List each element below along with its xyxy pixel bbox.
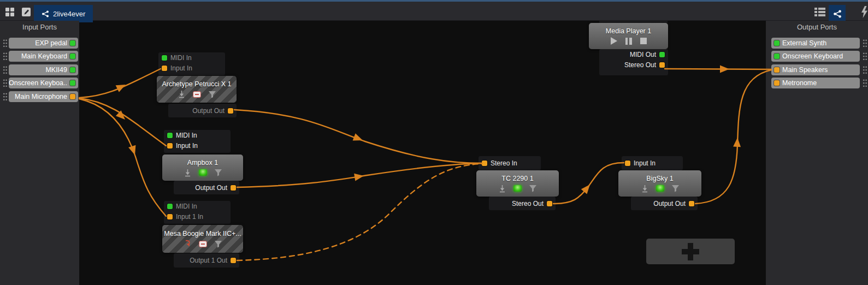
audio-port-square[interactable] — [70, 94, 75, 99]
drag-handle[interactable] — [3, 52, 7, 60]
output-port-main-speakers[interactable]: Main Speakers — [771, 64, 860, 75]
wire-mic-to-ampbox[interactable] — [79, 98, 166, 146]
node-bigsky[interactable]: BigSky 1 — [618, 170, 701, 197]
node-mesa[interactable]: Mesa Boogie Mark IIC+... — [162, 225, 243, 253]
audio-port-square[interactable] — [625, 161, 630, 166]
wire-mic-to-mesa[interactable] — [79, 99, 166, 216]
drag-handle[interactable] — [863, 66, 867, 74]
rackspace-tab[interactable]: 2live4ever — [34, 5, 93, 22]
audio-port-square[interactable] — [231, 185, 236, 191]
audio-port-square[interactable] — [774, 80, 780, 86]
wire-tc2290-to-bigsky[interactable] — [553, 163, 624, 204]
insert-down-arrow-icon[interactable] — [184, 169, 192, 177]
audio-port-square[interactable] — [547, 201, 552, 206]
port-row: Input In — [622, 156, 683, 170]
drag-handle[interactable] — [3, 79, 7, 87]
port-label: Input In — [634, 159, 656, 167]
node-title: Media Player 1 — [606, 27, 651, 35]
drag-handle[interactable] — [863, 39, 867, 47]
wire-arrowhead — [116, 81, 127, 92]
audio-port-square[interactable] — [231, 258, 236, 263]
midi-port-square[interactable] — [70, 54, 75, 59]
wiring-view-button[interactable] — [829, 5, 846, 22]
panels-grid-button[interactable] — [3, 5, 16, 19]
node-ampbox[interactable]: Ampbox 1 — [162, 155, 243, 181]
insert-down-arrow-icon[interactable] — [178, 90, 186, 98]
port-row: Stereo Out — [489, 197, 556, 210]
audio-port-square[interactable] — [167, 143, 173, 149]
port-label: MIDI In — [176, 132, 197, 139]
quick-actions-button[interactable] — [858, 5, 868, 19]
midi-port-square[interactable] — [774, 54, 780, 59]
midi-port-square[interactable] — [70, 80, 75, 86]
node-archetype[interactable]: Archetype Petrucci X 1 — [157, 76, 237, 103]
port-label: Output 1 Out — [190, 257, 227, 264]
drag-handle[interactable] — [3, 92, 7, 100]
gain-ramp-arrow-icon[interactable] — [184, 240, 192, 248]
audio-port-square[interactable] — [774, 67, 780, 73]
node-tc2290[interactable]: TC 2290 1 — [476, 170, 559, 197]
audio-port-square[interactable] — [659, 62, 665, 68]
midi-port-square[interactable] — [70, 40, 75, 46]
active-led-icon[interactable] — [513, 185, 522, 192]
port-label: Stereo Out — [512, 200, 544, 207]
input-port-exp-pedal[interactable]: EXP pedal — [9, 38, 78, 49]
list-view-button[interactable] — [813, 5, 826, 19]
input-port-main-keyboard[interactable]: Main Keyboard — [9, 51, 78, 62]
active-led-icon[interactable] — [656, 185, 664, 192]
drag-handle[interactable] — [863, 52, 867, 60]
active-led-icon[interactable] — [199, 169, 207, 176]
bypass-indicator-icon[interactable] — [199, 241, 207, 247]
filter-funnel-icon[interactable] — [214, 240, 222, 248]
wire-media-to-speakers[interactable] — [665, 69, 771, 69]
node-icons — [184, 169, 222, 177]
input-port-onscreen-keyboard[interactable]: Onscreen Keyboa... — [9, 78, 78, 88]
pause-icon[interactable] — [625, 38, 632, 45]
node-ampbox-outputs: Output Out — [174, 181, 239, 194]
midi-port-square[interactable] — [162, 55, 167, 61]
audio-port-square[interactable] — [228, 108, 233, 114]
input-port-mkii49[interactable]: MKII49 — [9, 64, 78, 75]
stop-icon[interactable] — [640, 38, 647, 44]
filter-funnel-icon[interactable] — [671, 185, 680, 192]
audio-port-square[interactable] — [482, 161, 487, 166]
transport-controls — [611, 37, 647, 45]
edit-panel-button[interactable] — [20, 5, 33, 19]
wire-mesa-to-tc2290-dashed[interactable] — [237, 164, 482, 260]
output-port-onscreen-keyboard[interactable]: Onscreen Keyboard — [771, 51, 860, 62]
input-port-main-microphone[interactable]: Main Microphone — [9, 91, 78, 102]
drag-handle[interactable] — [3, 39, 7, 47]
drag-handle[interactable] — [863, 79, 867, 87]
audio-port-square[interactable] — [162, 66, 167, 71]
audio-port-square[interactable] — [689, 201, 694, 206]
edit-panel-icon — [21, 7, 32, 17]
wiring-icon — [42, 10, 49, 17]
wire-archetype-to-tc2290[interactable] — [234, 110, 482, 163]
midi-port-square[interactable] — [774, 40, 780, 46]
node-media-player[interactable]: Media Player 1 — [589, 23, 668, 49]
wire-mic-to-archetype[interactable] — [79, 69, 161, 98]
filter-funnel-icon[interactable] — [214, 169, 222, 176]
wire-ampbox-to-tc2290[interactable] — [237, 163, 482, 187]
audio-port-square[interactable] — [167, 214, 173, 219]
port-row: MIDI In — [164, 130, 231, 140]
insert-down-arrow-icon[interactable] — [641, 185, 649, 193]
drag-handle[interactable] — [3, 66, 7, 74]
midi-port-square[interactable] — [659, 52, 665, 57]
output-port-external-synth[interactable]: External Synth — [771, 38, 860, 49]
midi-port-square[interactable] — [167, 133, 173, 138]
port-row: Stereo In — [479, 156, 541, 170]
add-plugin-button[interactable] — [646, 239, 735, 264]
output-ports-title: Output Ports — [766, 23, 868, 31]
wire-bigsky-to-speakers[interactable] — [695, 70, 771, 204]
filter-funnel-icon[interactable] — [529, 185, 537, 192]
bypass-indicator-icon[interactable] — [193, 91, 201, 98]
filter-funnel-icon[interactable] — [208, 91, 216, 98]
midi-port-square[interactable] — [70, 67, 75, 73]
insert-down-arrow-icon[interactable] — [498, 185, 506, 193]
wiring-icon — [833, 10, 842, 18]
port-label: Output Out — [653, 200, 686, 207]
output-port-metronome[interactable]: Metronome — [771, 78, 860, 88]
midi-port-square[interactable] — [167, 204, 173, 209]
play-icon[interactable] — [611, 37, 617, 45]
